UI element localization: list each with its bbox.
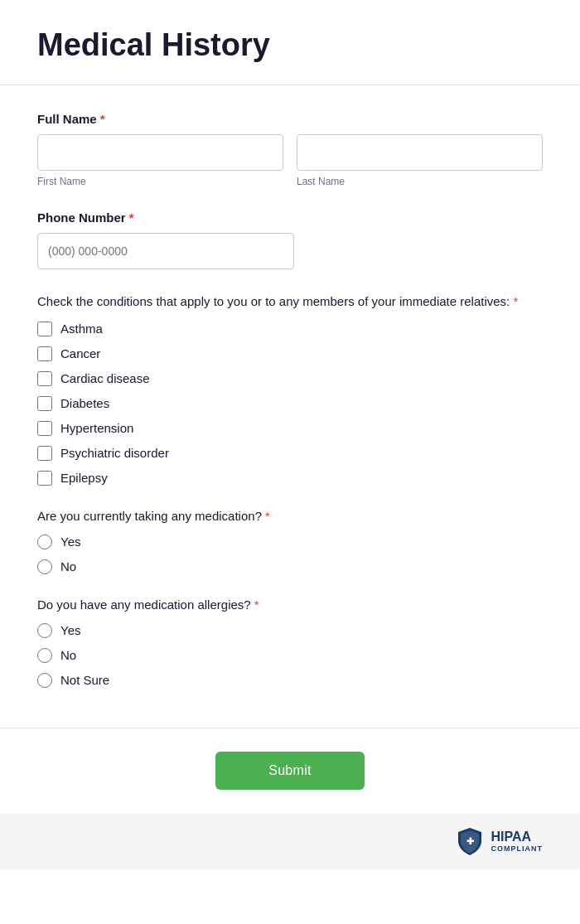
checkbox-cancer[interactable]: Cancer bbox=[37, 346, 543, 361]
hipaa-badge: ✚ HIPAA COMPLIANT bbox=[455, 826, 544, 856]
checkbox-psychiatric[interactable]: Psychiatric disorder bbox=[37, 446, 543, 461]
submit-button[interactable]: Submit bbox=[215, 752, 365, 790]
allergies-yes[interactable]: Yes bbox=[37, 623, 543, 638]
medication-yes[interactable]: Yes bbox=[37, 535, 543, 549]
medication-radio-list: Yes No bbox=[37, 535, 543, 574]
last-name-wrapper: Last Name bbox=[297, 134, 543, 187]
checkbox-hypertension[interactable]: Hypertension bbox=[37, 421, 543, 436]
conditions-group: Check the conditions that apply to you o… bbox=[37, 293, 543, 486]
checkbox-epilepsy-label: Epilepsy bbox=[60, 471, 108, 485]
submit-section: Submit bbox=[0, 728, 580, 813]
allergies-no-radio[interactable] bbox=[37, 648, 52, 663]
allergies-not-sure-radio[interactable] bbox=[37, 673, 52, 688]
checkbox-asthma-input[interactable] bbox=[37, 322, 52, 336]
medication-yes-label: Yes bbox=[60, 535, 80, 549]
phone-required-indicator: * bbox=[129, 210, 134, 225]
checkbox-cancer-input[interactable] bbox=[37, 346, 52, 361]
checkbox-psychiatric-input[interactable] bbox=[37, 446, 52, 461]
checkbox-hypertension-input[interactable] bbox=[37, 421, 52, 436]
required-indicator: * bbox=[100, 112, 105, 126]
hipaa-title: HIPAA bbox=[491, 829, 544, 844]
hipaa-text: HIPAA COMPLIANT bbox=[491, 829, 544, 854]
first-name-input[interactable] bbox=[37, 134, 283, 171]
allergies-no-label: No bbox=[60, 648, 76, 662]
checkbox-diabetes[interactable]: Diabetes bbox=[37, 396, 543, 411]
checkbox-cardiac-input[interactable] bbox=[37, 371, 52, 386]
footer-section: ✚ HIPAA COMPLIANT bbox=[0, 813, 580, 869]
checkbox-asthma[interactable]: Asthma bbox=[37, 322, 543, 336]
checkbox-list: Asthma Cancer Cardiac disease Diabetes H… bbox=[37, 322, 543, 486]
hipaa-shield-icon: ✚ bbox=[455, 826, 485, 856]
full-name-label: Full Name * bbox=[37, 112, 543, 126]
phone-input[interactable] bbox=[37, 233, 294, 269]
checkbox-epilepsy[interactable]: Epilepsy bbox=[37, 471, 543, 486]
medication-required-indicator: * bbox=[265, 509, 270, 523]
checkbox-cancer-label: Cancer bbox=[60, 346, 100, 360]
page-container: Medical History Full Name * First Name L… bbox=[0, 0, 580, 924]
allergies-question-label: Do you have any medication allergies? * bbox=[37, 597, 543, 612]
medication-question-label: Are you currently taking any medication?… bbox=[37, 509, 543, 523]
hipaa-subtitle: COMPLIANT bbox=[491, 844, 544, 854]
last-name-input[interactable] bbox=[297, 134, 543, 171]
checkbox-asthma-label: Asthma bbox=[60, 322, 103, 336]
checkbox-diabetes-label: Diabetes bbox=[60, 396, 109, 410]
svg-text:✚: ✚ bbox=[466, 836, 474, 846]
name-row: First Name Last Name bbox=[37, 134, 543, 187]
first-name-wrapper: First Name bbox=[37, 134, 283, 187]
medication-yes-radio[interactable] bbox=[37, 535, 52, 549]
allergies-required-indicator: * bbox=[254, 597, 259, 612]
page-title: Medical History bbox=[37, 27, 543, 65]
checkbox-cardiac-label: Cardiac disease bbox=[60, 371, 150, 385]
checkbox-cardiac[interactable]: Cardiac disease bbox=[37, 371, 543, 386]
allergies-no[interactable]: No bbox=[37, 648, 543, 663]
header-section: Medical History bbox=[0, 0, 580, 85]
allergies-group: Do you have any medication allergies? * … bbox=[37, 597, 543, 688]
last-name-sublabel: Last Name bbox=[297, 176, 543, 187]
checkbox-hypertension-label: Hypertension bbox=[60, 421, 133, 435]
first-name-sublabel: First Name bbox=[37, 176, 283, 187]
phone-label: Phone Number * bbox=[37, 210, 543, 225]
medication-no-radio[interactable] bbox=[37, 559, 52, 574]
checkbox-psychiatric-label: Psychiatric disorder bbox=[60, 446, 169, 460]
conditions-label: Check the conditions that apply to you o… bbox=[37, 293, 543, 310]
form-section: Full Name * First Name Last Name Phone N… bbox=[0, 85, 580, 728]
allergies-radio-list: Yes No Not Sure bbox=[37, 623, 543, 688]
allergies-not-sure-label: Not Sure bbox=[60, 673, 109, 687]
phone-group: Phone Number * bbox=[37, 210, 543, 269]
medication-no[interactable]: No bbox=[37, 559, 543, 574]
allergies-yes-label: Yes bbox=[60, 623, 80, 637]
allergies-not-sure[interactable]: Not Sure bbox=[37, 673, 543, 688]
full-name-group: Full Name * First Name Last Name bbox=[37, 112, 543, 187]
checkbox-diabetes-input[interactable] bbox=[37, 396, 52, 411]
medication-no-label: No bbox=[60, 559, 76, 573]
medication-group: Are you currently taking any medication?… bbox=[37, 509, 543, 574]
conditions-required-indicator: * bbox=[513, 294, 518, 308]
checkbox-epilepsy-input[interactable] bbox=[37, 471, 52, 486]
allergies-yes-radio[interactable] bbox=[37, 623, 52, 638]
